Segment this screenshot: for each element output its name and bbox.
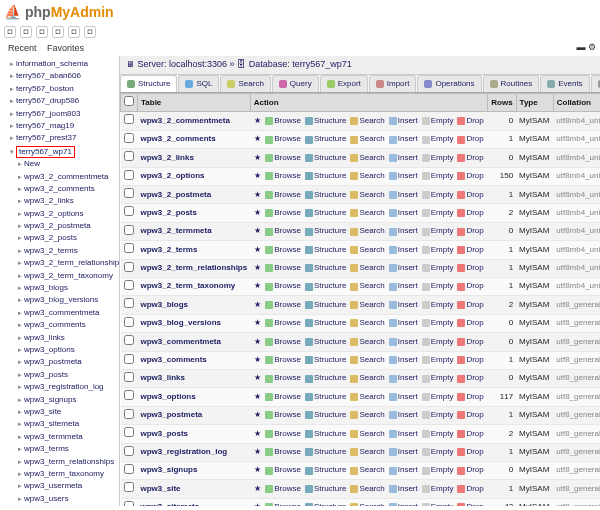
table-node[interactable]: wpw3_links — [18, 332, 117, 344]
insert-link[interactable]: Insert — [388, 484, 419, 494]
tab-routines[interactable]: Routines — [483, 75, 540, 92]
star-icon[interactable]: ★ — [253, 429, 262, 439]
recent-tab[interactable]: Recent — [4, 42, 41, 56]
table-node[interactable]: wpw3_2_term_relationships — [18, 257, 117, 269]
drop-link[interactable]: Drop — [456, 281, 484, 291]
insert-link[interactable]: Insert — [388, 502, 419, 506]
row-check[interactable] — [124, 354, 134, 364]
star-icon[interactable]: ★ — [253, 337, 262, 347]
table-node[interactable]: wpw3_2_links — [18, 195, 117, 207]
structure-link[interactable]: Structure — [304, 392, 347, 402]
table-name-link[interactable]: wpw3_site — [141, 484, 181, 493]
search-link[interactable]: Search — [349, 484, 385, 494]
empty-link[interactable]: Empty — [421, 337, 455, 347]
row-check[interactable] — [124, 188, 134, 198]
table-node[interactable]: New — [18, 158, 117, 170]
drop-link[interactable]: Drop — [456, 373, 484, 383]
drop-link[interactable]: Drop — [456, 300, 484, 310]
tab-operations[interactable]: Operations — [417, 75, 481, 92]
row-check[interactable] — [124, 317, 134, 327]
insert-link[interactable]: Insert — [388, 263, 419, 273]
table-name-link[interactable]: wpw3_2_postmeta — [141, 190, 212, 199]
table-name-link[interactable]: wpw3_2_termmeta — [141, 226, 212, 235]
insert-link[interactable]: Insert — [388, 226, 419, 236]
row-check[interactable] — [124, 409, 134, 419]
table-name-link[interactable]: wpw3_2_comments — [141, 134, 216, 143]
search-link[interactable]: Search — [349, 502, 385, 506]
browse-link[interactable]: Browse — [264, 153, 302, 163]
structure-link[interactable]: Structure — [304, 373, 347, 383]
table-name-link[interactable]: wpw3_2_links — [141, 153, 194, 162]
browse-link[interactable]: Browse — [264, 318, 302, 328]
table-node[interactable]: wpw3_options — [18, 344, 117, 356]
structure-link[interactable]: Structure — [304, 429, 347, 439]
db-node[interactable]: terry567_prest37 — [10, 132, 117, 144]
browse-link[interactable]: Browse — [264, 355, 302, 365]
search-link[interactable]: Search — [349, 190, 385, 200]
search-link[interactable]: Search — [349, 318, 385, 328]
empty-link[interactable]: Empty — [421, 355, 455, 365]
server-link[interactable]: localhost:3306 — [169, 59, 227, 69]
structure-link[interactable]: Structure — [304, 171, 347, 181]
table-node[interactable]: wpw3_comments — [18, 319, 117, 331]
drop-link[interactable]: Drop — [456, 392, 484, 402]
empty-link[interactable]: Empty — [421, 484, 455, 494]
drop-link[interactable]: Drop — [456, 153, 484, 163]
row-check[interactable] — [124, 446, 134, 456]
empty-link[interactable]: Empty — [421, 190, 455, 200]
star-icon[interactable]: ★ — [253, 153, 262, 163]
table-node[interactable]: wpw3_blogs — [18, 282, 117, 294]
drop-link[interactable]: Drop — [456, 484, 484, 494]
table-node[interactable]: wpw3_usermeta — [18, 480, 117, 492]
browse-link[interactable]: Browse — [264, 373, 302, 383]
row-check[interactable] — [124, 298, 134, 308]
tab-search[interactable]: Search — [220, 75, 270, 92]
table-node[interactable]: wpw3_terms — [18, 443, 117, 455]
drop-link[interactable]: Drop — [456, 245, 484, 255]
insert-link[interactable]: Insert — [388, 300, 419, 310]
db-node[interactable]: terry567_drup586 — [10, 95, 117, 107]
drop-link[interactable]: Drop — [456, 318, 484, 328]
structure-link[interactable]: Structure — [304, 465, 347, 475]
table-name-link[interactable]: wpw3_comments — [141, 355, 207, 364]
structure-link[interactable]: Structure — [304, 208, 347, 218]
table-node[interactable]: wpw3_commentmeta — [18, 307, 117, 319]
row-check[interactable] — [124, 482, 134, 492]
table-name-link[interactable]: wpw3_2_posts — [141, 208, 197, 217]
insert-link[interactable]: Insert — [388, 337, 419, 347]
tab-structure[interactable]: Structure — [120, 75, 177, 92]
tab-export[interactable]: Export — [320, 75, 368, 92]
search-link[interactable]: Search — [349, 134, 385, 144]
star-icon[interactable]: ★ — [253, 484, 262, 494]
structure-link[interactable]: Structure — [304, 410, 347, 420]
empty-link[interactable]: Empty — [421, 465, 455, 475]
row-check[interactable] — [124, 206, 134, 216]
empty-link[interactable]: Empty — [421, 281, 455, 291]
col-rows[interactable]: Rows — [488, 94, 516, 112]
search-link[interactable]: Search — [349, 263, 385, 273]
insert-link[interactable]: Insert — [388, 392, 419, 402]
empty-link[interactable]: Empty — [421, 263, 455, 273]
table-name-link[interactable]: wpw3_2_commentmeta — [141, 116, 230, 125]
structure-link[interactable]: Structure — [304, 263, 347, 273]
table-node[interactable]: wpw3_posts — [18, 369, 117, 381]
insert-link[interactable]: Insert — [388, 153, 419, 163]
table-name-link[interactable]: wpw3_posts — [141, 429, 189, 438]
drop-link[interactable]: Drop — [456, 134, 484, 144]
table-node[interactable]: wpw3_registration_log — [18, 381, 117, 393]
browse-link[interactable]: Browse — [264, 245, 302, 255]
empty-link[interactable]: Empty — [421, 410, 455, 420]
structure-link[interactable]: Structure — [304, 153, 347, 163]
tab-import[interactable]: Import — [369, 75, 417, 92]
star-icon[interactable]: ★ — [253, 447, 262, 457]
structure-link[interactable]: Structure — [304, 116, 347, 126]
star-icon[interactable]: ★ — [253, 281, 262, 291]
row-check[interactable] — [124, 133, 134, 143]
star-icon[interactable]: ★ — [253, 300, 262, 310]
browse-link[interactable]: Browse — [264, 337, 302, 347]
insert-link[interactable]: Insert — [388, 245, 419, 255]
star-icon[interactable]: ★ — [253, 245, 262, 255]
search-link[interactable]: Search — [349, 226, 385, 236]
tab-more[interactable]: More — [591, 75, 600, 92]
tab-query[interactable]: Query — [272, 75, 319, 92]
